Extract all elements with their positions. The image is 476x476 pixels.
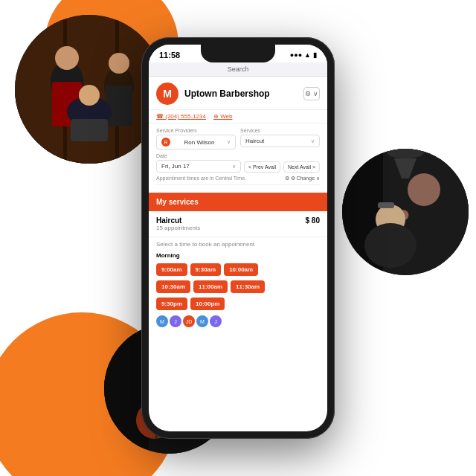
website-link[interactable]: ⊕ Web [213, 113, 233, 120]
gear-icon: ⚙ [285, 176, 289, 181]
service-detail-row: Haircut $ 80 [156, 216, 320, 225]
phone-screen: 11:58 ●●● ▲ ▮ Search M Uptown Barbershop [149, 45, 327, 431]
providers-services-row: Service Providers R Ron Wilson ∨ Service… [156, 128, 320, 149]
services-group: Services Haircut ∨ [240, 128, 320, 149]
provider-avatars-row: M J JD M J [149, 312, 327, 329]
appointments-count: 15 appointments [156, 225, 320, 231]
contact-info: ☎ (204) 555-1234 ⊕ Web [149, 110, 327, 123]
morning-time-slots-row2: 10:30am 11:00am 11:30am [149, 278, 327, 295]
prev-avail-button[interactable]: < Prev Avail [244, 161, 280, 173]
status-time: 11:58 [159, 51, 180, 60]
provider-avatar-m1: M [156, 315, 168, 327]
services-select[interactable]: Haircut ∨ [240, 135, 320, 147]
service-providers-value: Ron Wilson [184, 139, 215, 146]
my-services-header: My services [149, 193, 327, 211]
time-slot-1000am[interactable]: 10:00am [224, 263, 258, 276]
provider-avatar-j2: J [210, 315, 222, 327]
provider-avatar-initial: R [161, 138, 170, 147]
services-label: Services [240, 128, 320, 133]
time-slot-1030am[interactable]: 10:30am [156, 280, 190, 293]
service-providers-label: Service Providers [156, 128, 236, 133]
barber-photo-right [342, 149, 469, 275]
time-slot-900am[interactable]: 9:00am [156, 263, 187, 276]
chevron-down-icon: ∨ [232, 164, 236, 170]
business-name: Uptown Barbershop [184, 89, 298, 99]
app-header: M Uptown Barbershop ⚙ ∨ [149, 77, 327, 110]
evening-time-slots-row: 9:30pm 10:00pm [149, 295, 327, 312]
business-info: Uptown Barbershop [184, 89, 298, 99]
svg-rect-27 [378, 202, 394, 208]
browser-search-text: Search [228, 65, 249, 73]
battery-icon: ▮ [313, 51, 317, 59]
date-label: Date [156, 153, 241, 158]
time-slot-930pm[interactable]: 9:30pm [156, 298, 187, 310]
status-icons: ●●● ▲ ▮ [290, 51, 317, 59]
services-value: Haircut [245, 138, 264, 144]
chevron-down-icon: ∨ [311, 138, 315, 144]
booking-form: Service Providers R Ron Wilson ∨ Service… [149, 123, 327, 193]
service-item-haircut[interactable]: Haircut $ 80 15 appointments [149, 211, 327, 237]
morning-label: Morning [149, 250, 327, 261]
svg-point-8 [55, 46, 79, 70]
timezone-text: Appointment times are in Central Time. [156, 176, 246, 181]
signal-icon: ●●● [290, 51, 302, 59]
next-avail-button[interactable]: Next Avail > [283, 161, 320, 173]
provider-avatar-j: J [170, 315, 181, 327]
provider-avatar-jd: JD [183, 315, 195, 327]
time-slot-1130am[interactable]: 11:30am [231, 280, 265, 293]
date-select[interactable]: Fri, Jun 17 ∨ [156, 160, 241, 173]
browser-bar[interactable]: Search [149, 62, 327, 77]
app-logo: M [156, 83, 178, 105]
time-slot-1000pm[interactable]: 10:00pm [190, 298, 225, 310]
settings-button[interactable]: ⚙ ∨ [303, 87, 320, 100]
morning-time-slots-row1: 9:00am 9:30am 10:00am [149, 261, 327, 278]
phone-notch [201, 45, 275, 62]
service-price: $ 80 [306, 216, 320, 225]
select-time-prompt: Select a time to book an appointment [149, 237, 327, 250]
phone-mockup: 11:58 ●●● ▲ ▮ Search M Uptown Barbershop [141, 37, 335, 439]
date-group: Date Fri, Jun 17 ∨ [156, 153, 241, 173]
wifi-icon: ▲ [304, 51, 311, 59]
date-row: Date Fri, Jun 17 ∨ < Prev Avail Next Ava… [156, 153, 320, 173]
change-timezone-button[interactable]: ⚙ ⚙ Change ∨ [285, 176, 320, 181]
service-providers-select[interactable]: R Ron Wilson ∨ [156, 135, 236, 149]
svg-point-21 [408, 173, 440, 206]
date-value: Fri, Jun 17 [161, 163, 190, 170]
svg-rect-15 [71, 119, 108, 141]
chevron-down-icon: ∨ [227, 139, 231, 145]
svg-point-26 [364, 223, 416, 268]
svg-point-14 [79, 85, 100, 106]
svg-point-11 [109, 53, 129, 74]
provider-avatar-m2: M [196, 315, 208, 327]
time-slot-1100am[interactable]: 11:00am [193, 280, 228, 293]
service-providers-group: Service Providers R Ron Wilson ∨ [156, 128, 236, 149]
service-name: Haircut [156, 216, 181, 225]
time-slot-930am[interactable]: 9:30am [190, 263, 222, 276]
timezone-row: Appointment times are in Central Time. ⚙… [156, 176, 320, 185]
phone-number[interactable]: ☎ (204) 555-1234 [156, 113, 206, 120]
